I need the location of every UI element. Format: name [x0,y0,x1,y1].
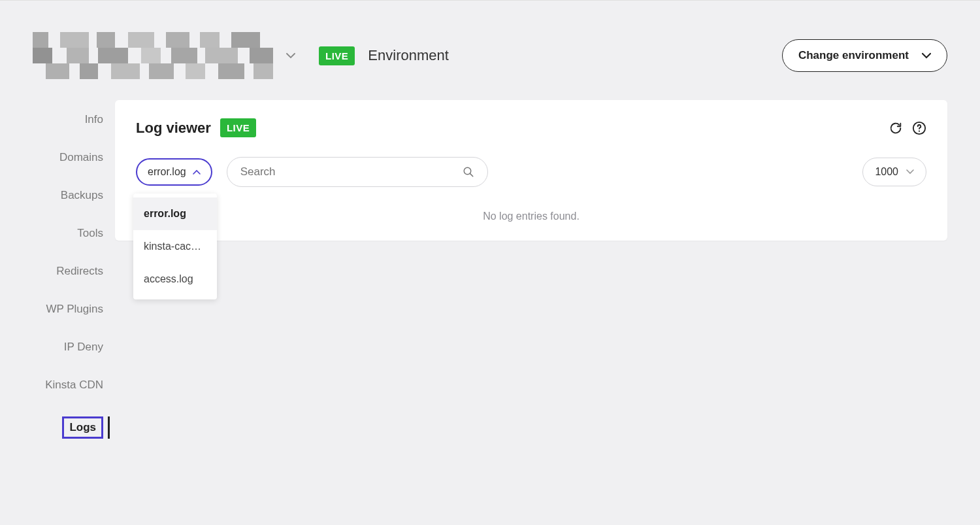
sidebar-item-backups[interactable]: Backups [61,189,103,202]
environment-live-badge: LIVE [319,46,355,65]
dropdown-item-access-log[interactable]: access.log [133,263,217,296]
site-name-chevron-icon[interactable] [286,52,295,59]
dropdown-item-error-log[interactable]: error.log [133,197,217,230]
search-icon [463,166,474,178]
sidebar-item-logs[interactable]: Logs [62,416,103,439]
panel-live-badge: LIVE [220,118,256,137]
log-file-selector-value: error.log [148,166,186,178]
row-count-selector[interactable]: 1000 [862,158,926,186]
log-file-selector[interactable]: error.log [136,158,212,186]
svg-point-1 [919,130,920,131]
sidebar-item-info[interactable]: Info [85,113,103,126]
sidebar-item-tools[interactable]: Tools [77,227,103,240]
sidebar-item-wp-plugins[interactable]: WP Plugins [46,303,103,316]
search-input[interactable] [240,165,463,178]
log-file-dropdown: error.log kinsta-cac… access.log [133,194,217,299]
panel-title: Log viewer [136,120,211,137]
refresh-icon[interactable] [889,121,903,135]
row-count-value: 1000 [875,166,898,178]
chevron-up-icon [193,169,201,175]
svg-line-3 [470,173,472,176]
chevron-down-icon [906,169,914,175]
sidebar-item-kinsta-cdn[interactable]: Kinsta CDN [45,379,103,392]
change-environment-label: Change environment [798,49,909,62]
environment-label: Environment [368,47,449,64]
sidebar-nav: Info Domains Backups Tools Redirects WP … [33,100,103,439]
sidebar-item-ip-deny[interactable]: IP Deny [64,341,103,354]
change-environment-button[interactable]: Change environment [782,39,947,72]
chevron-down-icon [922,52,931,59]
site-name-redacted [33,32,273,79]
page-header: LIVE Environment Change environment [33,32,947,79]
log-viewer-panel: Log viewer LIVE error.log e [115,100,947,241]
dropdown-item-kinsta-cache-log[interactable]: kinsta-cac… [133,230,217,263]
help-icon[interactable] [912,121,926,135]
sidebar-item-redirects[interactable]: Redirects [56,265,103,278]
sidebar-item-domains[interactable]: Domains [59,151,103,164]
empty-log-message: No log entries found. [136,211,926,222]
search-field-wrapper [227,157,488,187]
